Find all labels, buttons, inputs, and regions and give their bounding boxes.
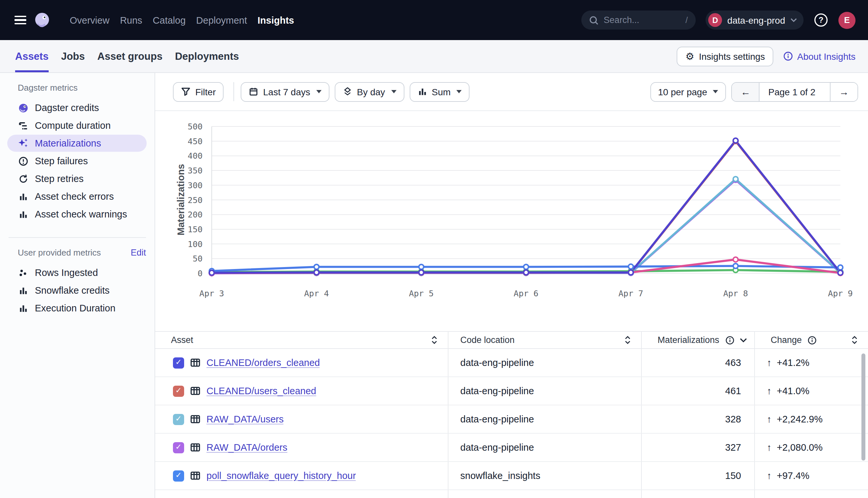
per-page-dropdown[interactable]: 10 per page — [650, 82, 726, 102]
svg-text:Apr 5: Apr 5 — [409, 289, 434, 298]
table-header-row: Asset Code location Materializations — [155, 332, 868, 349]
sidebar-item-step-retries[interactable]: Step retries — [7, 170, 146, 187]
scrollbar-thumb[interactable] — [861, 353, 865, 461]
top-nav: OverviewRunsCatalogDeploymentInsights Se… — [0, 0, 868, 40]
table-body: ✓CLEANED/orders_cleaneddata-eng-pipeline… — [155, 349, 868, 498]
row-checkbox[interactable]: ✓ — [173, 385, 184, 396]
svg-text:?: ? — [819, 15, 824, 24]
workspace-name: data-eng-prod — [727, 15, 785, 25]
previous-page-button[interactable]: ← — [732, 82, 759, 101]
sidebar-item-asset-check-warnings[interactable]: Asset check warnings — [7, 206, 146, 223]
svg-text:50: 50 — [193, 254, 203, 263]
change-value: +41.2% — [777, 357, 809, 368]
materializations-value: 461 — [725, 386, 754, 396]
sidebar-item-label: Asset check errors — [35, 191, 114, 202]
materializations-value: 327 — [725, 442, 754, 453]
nav-link-catalog[interactable]: Catalog — [153, 12, 186, 28]
aggregation-dropdown[interactable]: Sum — [409, 82, 470, 102]
sidebar-item-label: Execution Duration — [35, 303, 115, 313]
about-insights-link[interactable]: About Insights — [783, 51, 855, 62]
sidebar-item-asset-check-errors[interactable]: Asset check errors — [7, 188, 146, 205]
chevron-down-icon[interactable] — [740, 337, 747, 343]
filter-label: Filter — [195, 87, 216, 97]
table-asset-icon — [190, 357, 201, 368]
svg-text:Apr 3: Apr 3 — [199, 289, 224, 298]
search-input[interactable]: Search... / — [581, 11, 696, 29]
user-avatar[interactable]: E — [839, 12, 855, 29]
search-icon — [589, 15, 598, 25]
insights-settings-button[interactable]: ⚙ Insights settings — [677, 46, 774, 66]
column-header-change[interactable]: Change — [755, 332, 868, 348]
asset-link[interactable]: RAW_DATA/users — [206, 414, 284, 424]
arrow-up-icon: ↑ — [767, 357, 772, 368]
svg-text:100: 100 — [188, 239, 203, 249]
tab-assets[interactable]: Assets — [15, 40, 49, 72]
hamburger-menu-icon[interactable] — [14, 16, 26, 24]
tab-jobs[interactable]: Jobs — [61, 40, 85, 72]
svg-text:Apr 4: Apr 4 — [304, 289, 329, 298]
info-icon[interactable] — [808, 336, 817, 344]
caret-down-icon — [713, 90, 718, 93]
asset-link[interactable]: CLEANED/orders_cleaned — [206, 357, 320, 368]
asset-link[interactable]: RAW_DATA/orders — [206, 442, 288, 453]
change-value: +2,242.9% — [777, 414, 823, 424]
nav-link-deployment[interactable]: Deployment — [196, 12, 247, 28]
asset-link[interactable]: CLEANED/users_cleaned — [206, 386, 316, 396]
bar-chart-icon — [18, 285, 28, 296]
date-range-label: Last 7 days — [263, 87, 310, 97]
row-checkbox[interactable]: ✓ — [173, 414, 184, 425]
column-header-code-location[interactable]: Code location — [448, 332, 642, 348]
materializations-value: 463 — [725, 357, 754, 368]
date-range-dropdown[interactable]: Last 7 days — [241, 82, 329, 102]
tabs: AssetsJobsAsset groupsDeployments — [15, 40, 239, 72]
sidebar-item-execution-duration[interactable]: Execution Duration — [7, 300, 146, 317]
sidebar-item-snowflake-credits[interactable]: Snowflake credits — [7, 282, 146, 299]
sidebar-item-dagster-credits[interactable]: Dagster credits — [7, 99, 146, 116]
page-selector[interactable]: Page 1 of 2 — [759, 82, 830, 101]
caret-down-icon — [391, 90, 396, 93]
insights-tab-bar: AssetsJobsAsset groupsDeployments ⚙ Insi… — [0, 40, 868, 73]
change-value: +41.0% — [777, 386, 809, 396]
sort-icon[interactable] — [623, 335, 632, 345]
change-value: +2,080.0% — [777, 442, 823, 453]
column-header-materializations[interactable]: Materializations — [642, 332, 755, 348]
per-page-label: 10 per page — [658, 87, 707, 97]
granularity-dropdown[interactable]: By day — [334, 82, 404, 102]
next-page-button[interactable]: → — [830, 82, 857, 101]
bar-chart-icon — [417, 87, 427, 96]
column-header-asset[interactable]: Asset — [155, 332, 448, 348]
help-icon[interactable]: ? — [814, 12, 829, 28]
workspace-switcher[interactable]: D data-eng-prod — [705, 11, 804, 29]
row-checkbox[interactable]: ✓ — [173, 470, 184, 481]
nav-link-runs[interactable]: Runs — [120, 12, 142, 28]
sidebar-item-compute-duration[interactable]: Compute duration — [7, 117, 146, 134]
retry-icon — [18, 173, 28, 184]
row-checkbox[interactable]: ✓ — [173, 442, 184, 453]
sort-icon[interactable] — [430, 335, 438, 345]
nav-link-insights[interactable]: Insights — [257, 12, 294, 28]
arrow-up-icon: ↑ — [767, 470, 772, 481]
edit-metrics-link[interactable]: Edit — [130, 247, 146, 257]
sidebar-item-label: Rows Ingested — [35, 267, 98, 278]
asset-link[interactable]: poll_snowflake_query_history_hour — [206, 470, 356, 481]
sidebar-item-step-failures[interactable]: Step failures — [7, 153, 146, 170]
materializations-value: 328 — [725, 414, 754, 424]
caret-down-icon — [316, 90, 321, 93]
change-column-label: Change — [771, 335, 802, 345]
bar-chart-icon — [18, 303, 28, 313]
code-location-column-label: Code location — [460, 335, 514, 345]
sidebar-item-label: Asset check warnings — [35, 209, 127, 220]
code-location-value: data-eng-pipeline — [460, 414, 534, 424]
filter-button[interactable]: Filter — [173, 82, 224, 102]
info-icon[interactable] — [725, 336, 735, 344]
materializations-column-label: Materializations — [658, 335, 719, 345]
nav-link-overview[interactable]: Overview — [70, 12, 110, 28]
svg-text:500: 500 — [188, 122, 203, 131]
sort-icon[interactable] — [850, 335, 859, 345]
tab-asset-groups[interactable]: Asset groups — [97, 40, 163, 72]
sidebar-item-rows-ingested[interactable]: Rows Ingested — [7, 264, 146, 281]
tab-deployments[interactable]: Deployments — [175, 40, 239, 72]
row-checkbox[interactable]: ✓ — [173, 357, 184, 368]
pagination-group: ← Page 1 of 2 → — [731, 82, 858, 102]
sidebar-item-materializations[interactable]: Materializations — [7, 135, 146, 152]
